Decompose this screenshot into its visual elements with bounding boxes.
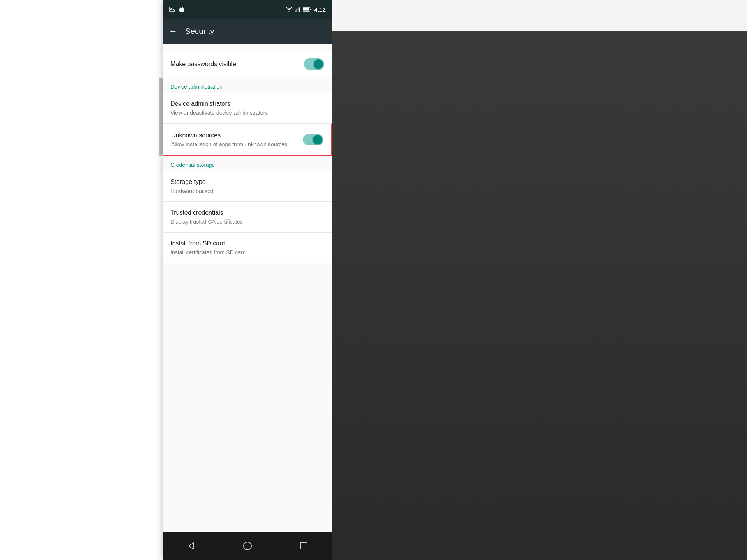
make-passwords-title: Make passwords visible xyxy=(170,60,299,68)
status-bar: 4:12 xyxy=(163,0,332,19)
storage-type-item[interactable]: Storage type Hardware-backed xyxy=(163,171,332,202)
svg-rect-15 xyxy=(301,543,307,549)
bottom-nav xyxy=(163,532,332,560)
svg-marker-13 xyxy=(189,543,193,549)
make-passwords-text: Make passwords visible xyxy=(170,60,304,68)
trusted-credentials-item[interactable]: Trusted credentials Display trusted CA c… xyxy=(163,202,332,233)
toggle-knob xyxy=(314,60,323,69)
install-sd-text: Install from SD card Install certificate… xyxy=(170,240,324,256)
unknown-sources-item[interactable]: Unknown sources Allow installation of ap… xyxy=(163,124,332,156)
unknown-sources-text: Unknown sources Allow installation of ap… xyxy=(171,131,303,148)
storage-type-text: Storage type Hardware-backed xyxy=(170,178,324,194)
install-sd-item[interactable]: Install from SD card Install certificate… xyxy=(163,233,332,263)
top-spacer xyxy=(163,44,332,51)
settings-content: Make passwords visible Device administra… xyxy=(163,44,332,532)
unknown-sources-title: Unknown sources xyxy=(171,131,298,140)
device-admin-subtitle: View or deactivate device administrators xyxy=(170,109,319,116)
home-nav-button[interactable] xyxy=(236,534,259,558)
svg-rect-0 xyxy=(170,7,175,12)
wifi-icon xyxy=(286,7,293,12)
svg-rect-12 xyxy=(310,9,311,10)
page-title: Security xyxy=(185,27,214,36)
scroll-indicator xyxy=(159,78,163,156)
unknown-sources-toggle-knob xyxy=(313,135,322,144)
device-administrators-item[interactable]: Device administrators View or deactivate… xyxy=(163,93,332,124)
device-admin-text: Device administrators View or deactivate… xyxy=(170,100,324,116)
time-display: 4:12 xyxy=(314,6,326,13)
signal-icon xyxy=(295,7,300,12)
dark-content-area xyxy=(332,31,747,560)
back-button[interactable]: ← xyxy=(169,26,177,36)
svg-point-14 xyxy=(244,542,251,550)
bottom-spacer xyxy=(163,263,332,341)
battery-icon xyxy=(303,7,311,12)
install-sd-subtitle: Install certificates from SD card xyxy=(170,249,319,256)
device-admin-section-header: Device administration xyxy=(163,77,332,93)
credential-storage-label: Credential storage xyxy=(170,162,324,168)
trusted-cred-title: Trusted credentials xyxy=(170,209,319,217)
status-icons-left xyxy=(169,6,185,13)
image-icon xyxy=(169,6,176,13)
top-bar: ← Security xyxy=(163,19,332,44)
svg-point-4 xyxy=(288,11,289,12)
trusted-cred-text: Trusted credentials Display trusted CA c… xyxy=(170,209,324,225)
back-nav-button[interactable] xyxy=(179,534,203,558)
make-passwords-item[interactable]: Make passwords visible xyxy=(163,51,332,77)
phone-frame: 4:12 ← Security Make passwords visible D… xyxy=(163,0,332,560)
make-passwords-toggle[interactable] xyxy=(304,58,324,70)
credential-storage-section-header: Credential storage xyxy=(163,156,332,171)
svg-point-3 xyxy=(182,7,183,8)
storage-type-title: Storage type xyxy=(170,178,319,186)
device-admin-label: Device administration xyxy=(170,84,324,90)
dark-top-bar xyxy=(332,0,747,31)
left-white-panel xyxy=(0,0,163,560)
trusted-cred-subtitle: Display trusted CA certificates xyxy=(170,218,319,225)
storage-type-subtitle: Hardware-backed xyxy=(170,187,319,194)
svg-rect-11 xyxy=(303,8,309,11)
android-icon xyxy=(178,6,185,13)
install-sd-title: Install from SD card xyxy=(170,240,319,248)
status-icons-right: 4:12 xyxy=(286,6,326,13)
dark-background xyxy=(332,0,747,560)
recents-nav-button[interactable] xyxy=(292,534,316,558)
device-admin-title: Device administrators xyxy=(170,100,319,108)
svg-point-2 xyxy=(181,7,181,8)
unknown-sources-toggle[interactable] xyxy=(303,134,323,145)
unknown-sources-subtitle: Allow installation of apps from unknown … xyxy=(171,141,298,148)
